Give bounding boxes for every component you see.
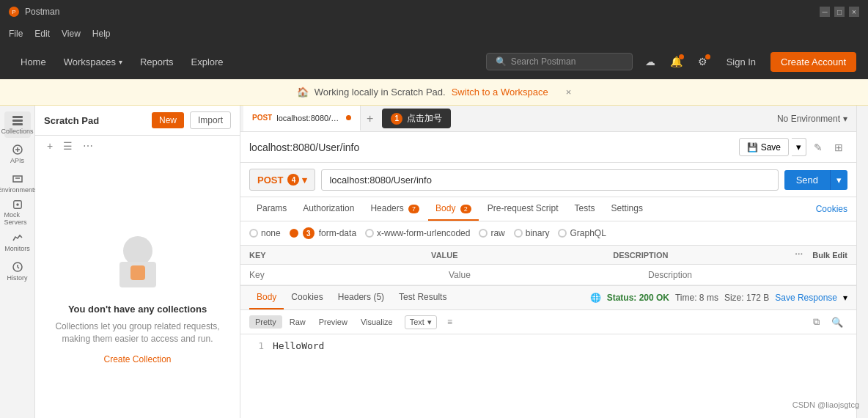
send-dropdown-button[interactable]: ▾ xyxy=(830,170,847,190)
save-response-chevron[interactable]: ▾ xyxy=(843,293,847,303)
bulk-edit-button[interactable]: Bulk Edit xyxy=(812,251,847,260)
request-actions: 💾 Save ▾ ✎ ⊞ xyxy=(739,138,847,156)
edit-icon-button[interactable]: ✎ xyxy=(809,138,827,156)
menu-edit[interactable]: Edit xyxy=(34,29,50,39)
body-label: Body xyxy=(435,203,455,213)
sidebar-item-apis[interactable]: APIs xyxy=(4,141,31,167)
method-selector[interactable]: POST 4 ▾ xyxy=(249,169,315,191)
tab-body[interactable]: Body 2 xyxy=(428,197,479,221)
create-collection-link[interactable]: Create Collection xyxy=(103,354,171,364)
resp-tab-cookies[interactable]: Cookies xyxy=(284,286,330,309)
menu-file[interactable]: File xyxy=(9,29,23,39)
body-option-none[interactable]: none xyxy=(249,228,281,238)
format-pretty[interactable]: Pretty xyxy=(249,315,282,329)
nav-home[interactable]: Home xyxy=(12,56,55,67)
banner-link[interactable]: Switch to a Workspace xyxy=(452,87,548,98)
settings-icon[interactable]: ⚙ xyxy=(694,53,712,70)
body-option-form-data[interactable]: 3 form-data xyxy=(290,227,356,239)
wrap-button[interactable]: ≡ xyxy=(443,315,457,329)
format-raw[interactable]: Raw xyxy=(284,315,312,329)
save-response-button[interactable]: Save Response xyxy=(775,293,837,303)
tab-url: localhost:8080/U... xyxy=(276,114,342,122)
sidebar-item-history[interactable]: History xyxy=(4,258,31,285)
new-button[interactable]: New xyxy=(152,112,184,128)
resp-tab-test-results[interactable]: Test Results xyxy=(391,286,454,309)
nav-reports[interactable]: Reports xyxy=(131,56,183,67)
nav-actions: ☁ 🔔 ⚙ Sign In Create Account xyxy=(641,52,856,72)
sidebar-item-collections[interactable]: Collections xyxy=(4,111,31,138)
key-input[interactable] xyxy=(249,270,449,280)
banner-close-icon[interactable]: × xyxy=(566,87,572,98)
tab-headers[interactable]: Headers 7 xyxy=(363,197,427,221)
minimize-button[interactable]: ─ xyxy=(820,7,830,17)
menu-view[interactable]: View xyxy=(62,29,81,39)
tab-tests[interactable]: Tests xyxy=(567,197,603,221)
tab-request[interactable]: POST localhost:8080/U... xyxy=(243,106,361,131)
value-cell xyxy=(449,269,648,280)
value-input[interactable] xyxy=(449,270,648,280)
graphql-radio[interactable] xyxy=(558,229,567,238)
url-input[interactable] xyxy=(321,169,778,191)
urlencoded-radio[interactable] xyxy=(365,229,374,238)
tab-pre-request[interactable]: Pre-request Script xyxy=(480,197,566,221)
more-options-icon[interactable]: ⋯ xyxy=(80,139,96,153)
binary-radio[interactable] xyxy=(514,229,523,238)
layout-icon-button[interactable]: ⊞ xyxy=(830,138,847,156)
body-option-raw[interactable]: raw xyxy=(479,228,504,238)
text-label: Text xyxy=(410,318,424,326)
raw-radio[interactable] xyxy=(479,229,488,238)
resp-tab-body[interactable]: Body xyxy=(249,286,284,309)
import-button[interactable]: Import xyxy=(190,111,231,129)
main-content: POST localhost:8080/U... + 1 点击加号 No Env… xyxy=(240,106,856,418)
nav-explore[interactable]: Explore xyxy=(183,56,232,67)
form-data-radio[interactable] xyxy=(290,229,298,238)
sidebar-item-mock-servers[interactable]: Mock Servers xyxy=(4,199,31,226)
copy-icon-button[interactable]: ⧉ xyxy=(809,315,824,329)
save-button[interactable]: 💾 Save xyxy=(739,138,789,156)
window-controls[interactable]: ─ □ × xyxy=(820,7,859,17)
sidebar-item-environments[interactable]: Environments xyxy=(4,170,31,197)
params-row xyxy=(240,265,856,285)
key-cell xyxy=(249,269,449,280)
satellite-icon[interactable]: ☁ xyxy=(641,53,659,70)
close-button[interactable]: × xyxy=(849,7,859,17)
body-option-binary[interactable]: binary xyxy=(514,228,550,238)
add-tab-button[interactable]: + xyxy=(361,112,379,125)
no-environment-selector[interactable]: No Environment ▾ xyxy=(771,114,853,124)
sign-in-button[interactable]: Sign In xyxy=(721,56,762,67)
cookies-link[interactable]: Cookies xyxy=(816,204,847,214)
resp-tab-headers[interactable]: Headers (5) xyxy=(331,286,391,309)
format-preview[interactable]: Preview xyxy=(313,315,353,329)
body-option-urlencoded[interactable]: x-www-form-urlencoded xyxy=(365,228,470,238)
body-option-graphql[interactable]: GraphQL xyxy=(558,228,606,238)
tab-authorization[interactable]: Authorization xyxy=(295,197,361,221)
response-status: 🌐 Status: 200 OK Time: 8 ms Size: 172 B … xyxy=(590,293,847,303)
add-collection-button[interactable]: + xyxy=(44,139,56,153)
sidebar-item-monitors[interactable]: Monitors xyxy=(4,229,31,255)
code-area: 1 HelloWord xyxy=(240,334,856,357)
search-response-icon-button[interactable]: 🔍 xyxy=(827,315,847,329)
collections-label: Collections xyxy=(1,128,33,135)
col-desc-header: DESCRIPTION xyxy=(613,251,795,260)
top-nav: Home Workspaces ▾ Reports Explore 🔍 Sear… xyxy=(0,44,868,79)
filter-icon[interactable]: ☰ xyxy=(60,139,76,153)
tab-settings[interactable]: Settings xyxy=(604,197,650,221)
no-environment-label: No Environment xyxy=(777,114,840,124)
format-visualize[interactable]: Visualize xyxy=(355,315,399,329)
bell-icon[interactable]: 🔔 xyxy=(668,53,685,70)
create-account-button[interactable]: Create Account xyxy=(770,52,856,72)
tab-params[interactable]: Params xyxy=(249,197,294,221)
mock-servers-label: Mock Servers xyxy=(4,211,31,226)
maximize-button[interactable]: □ xyxy=(834,7,845,17)
send-button[interactable]: Send xyxy=(784,170,830,190)
tooltip-text: 点击加号 xyxy=(407,112,442,125)
menu-help[interactable]: Help xyxy=(92,29,111,39)
save-dropdown-button[interactable]: ▾ xyxy=(792,138,806,156)
search-box[interactable]: 🔍 Search Postman xyxy=(486,53,633,70)
nav-workspaces[interactable]: Workspaces ▾ xyxy=(55,56,131,67)
line-content[interactable]: HelloWord xyxy=(273,340,847,351)
desc-input[interactable] xyxy=(648,270,847,280)
response-text-selector[interactable]: Text ▾ xyxy=(405,315,437,329)
none-radio[interactable] xyxy=(249,229,258,238)
env-chevron-icon: ▾ xyxy=(843,114,847,124)
